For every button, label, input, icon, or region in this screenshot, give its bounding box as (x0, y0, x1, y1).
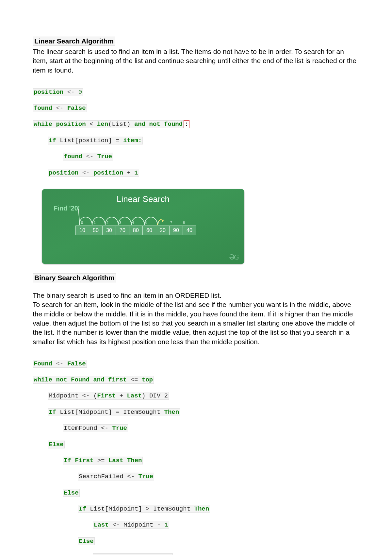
array-cell: 90 (169, 226, 183, 235)
array-cell: 50 (89, 226, 103, 235)
paragraph-linear: The linear search is used to find an ite… (33, 47, 359, 75)
diagram-index-row: 0 1 2 3 4 5 6 7 8 (76, 221, 190, 225)
code-linear-search: position <- 0 found <- False while posit… (33, 80, 359, 185)
diagram-array-row: 10 50 30 70 80 60 20 90 40 (76, 226, 196, 235)
linear-search-diagram: Linear Search Find '20' 0 1 2 (42, 189, 244, 264)
paragraph-binary-1: The binary search is used to find an ite… (33, 291, 359, 300)
array-cell: 60 (142, 226, 156, 235)
heading-binary: Binary Search Algorithm (33, 273, 116, 282)
document-page: Linear Search Algorithm The linear searc… (0, 0, 392, 555)
array-cell: 70 (116, 226, 129, 235)
code-binary-search: Found <- False while not Found and first… (33, 352, 359, 555)
heading-linear: Linear Search Algorithm (33, 37, 115, 46)
paragraph-binary-2: To search for an item, look in the middl… (33, 300, 359, 346)
array-cell: 40 (183, 226, 196, 235)
diagram-watermark: ƏG (229, 253, 238, 261)
array-cell: 80 (129, 226, 143, 235)
diagram-title: Linear Search (48, 194, 238, 204)
array-cell: 20 (156, 226, 170, 235)
array-cell: 30 (102, 226, 116, 235)
array-cell: 10 (75, 226, 89, 235)
